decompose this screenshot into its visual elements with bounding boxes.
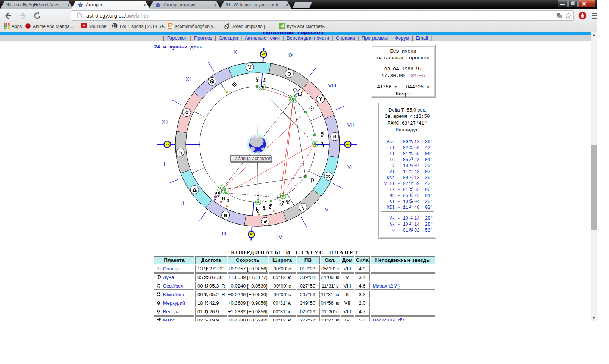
svg-text:III: III <box>222 230 227 236</box>
svg-text:R: R <box>273 209 275 213</box>
svg-text:II: II <box>181 200 184 206</box>
svg-text:R: R <box>226 204 228 208</box>
svg-text:I: I <box>163 161 165 167</box>
svg-text:MC: MC <box>262 53 266 56</box>
svg-text:IX: IX <box>288 52 294 58</box>
svg-text:VII: VII <box>347 122 354 128</box>
svg-text:R: R <box>220 200 222 204</box>
svg-text:IV: IV <box>277 233 282 240</box>
svg-text:DS: DS <box>346 143 350 146</box>
svg-text:R: R <box>302 89 304 92</box>
svg-text:XI: XI <box>185 76 191 82</box>
svg-text:X: X <box>233 48 237 55</box>
svg-text:XII: XII <box>162 119 168 125</box>
svg-text:IC: IC <box>250 233 253 236</box>
svg-text:R: R <box>258 213 260 216</box>
svg-text:AS: AS <box>165 143 169 146</box>
svg-text:V: V <box>325 206 329 213</box>
svg-text:VI: VI <box>347 163 353 170</box>
svg-text:VIII: VIII <box>328 82 337 88</box>
